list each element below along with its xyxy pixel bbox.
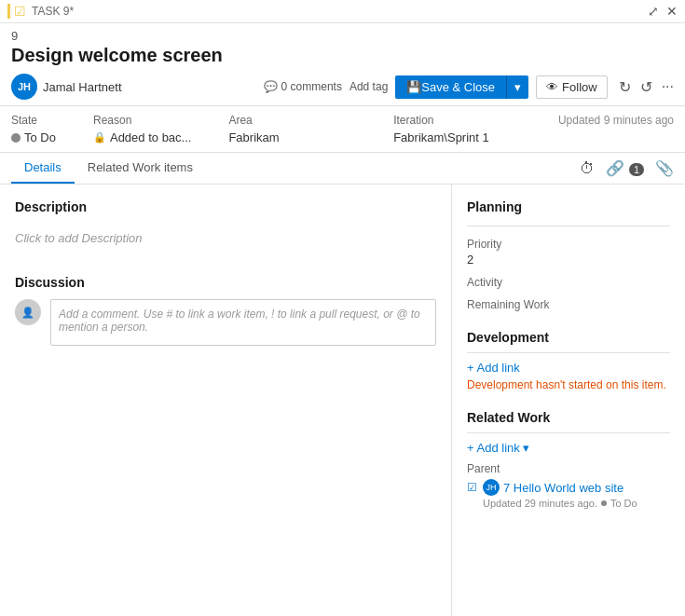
iteration-label: Iteration (393, 114, 521, 127)
planning-title: Planning (467, 199, 670, 214)
save-group: 💾 Save & Close ▾ (395, 75, 528, 99)
parent-avatar: JH (483, 479, 500, 496)
save-icon: 💾 (406, 80, 421, 94)
parent-item: ☑ JH 7 Hello World web site Updated 29 m… (467, 479, 670, 509)
work-item-header: 9 Design welcome screen (0, 23, 685, 68)
reason-field: Reason 🔒 Added to bac... (93, 114, 191, 144)
development-note: Development hasn't started on this item. (467, 378, 670, 391)
comment-icon: 💬 (264, 80, 278, 93)
area-text: Fabrikam (228, 130, 279, 144)
state-field: State To Do (11, 114, 56, 144)
area-value[interactable]: Fabrikam (228, 130, 356, 144)
comment-area: 👤 Add a comment. Use # to link a work it… (15, 299, 436, 346)
parent-state-dot (601, 500, 607, 506)
priority-label: Priority (467, 238, 670, 251)
comments-count: 0 comments (281, 80, 342, 93)
related-work-divider (467, 432, 670, 433)
meta-bar: State To Do Reason 🔒 Added to bac... Are… (0, 106, 685, 153)
undo-icon[interactable]: ↺ (640, 78, 652, 96)
state-dot (11, 133, 21, 143)
action-bar: JH Jamal Hartnett 💬 0 comments Add tag 💾… (0, 68, 685, 106)
parent-label: Parent (467, 462, 670, 475)
refresh-icon[interactable]: ↻ (619, 78, 631, 96)
parent-updated: Updated 29 minutes ago. (483, 498, 597, 509)
follow-label: Follow (562, 80, 597, 94)
iteration-value[interactable]: Fabrikam\Sprint 1 (393, 130, 521, 144)
planning-section: Planning Priority 2 Activity Remaining W… (467, 199, 670, 311)
attachment-icon[interactable]: 📎 (655, 159, 674, 177)
close-icon[interactable]: ✕ (666, 4, 678, 19)
left-panel: Description Click to add Description Dis… (0, 185, 452, 616)
history-icon[interactable]: ⏱ (580, 160, 595, 177)
task-icon: ☑ (7, 4, 26, 19)
title-bar-right: ⤢ ✕ (648, 4, 678, 19)
planning-divider (467, 226, 670, 226)
action-icons: ↻ ↺ ··· (619, 78, 674, 96)
reason-value: 🔒 Added to bac... (93, 130, 191, 144)
tabs-bar: Details Related Work items ⏱ 🔗 1 📎 (0, 153, 685, 185)
comment-input[interactable]: Add a comment. Use # to link a work item… (50, 299, 436, 346)
priority-value[interactable]: 2 (467, 253, 670, 267)
state-value: To Do (11, 130, 56, 144)
link-badge: 1 (629, 163, 644, 176)
state-text[interactable]: To Do (24, 130, 56, 144)
title-bar: ☑ TASK 9* ⤢ ✕ (0, 0, 685, 23)
description-placeholder[interactable]: Click to add Description (15, 224, 436, 253)
content-area: Description Click to add Description Dis… (0, 185, 685, 616)
add-related-link-button[interactable]: Add link ▾ (467, 441, 670, 455)
avatar: JH (11, 74, 37, 100)
remaining-work-label: Remaining Work (467, 298, 670, 311)
reason-label: Reason (93, 114, 191, 127)
user-info: JH Jamal Hartnett (11, 74, 256, 100)
activity-label: Activity (467, 276, 670, 289)
tab-icons: ⏱ 🔗 1 📎 (580, 159, 674, 177)
work-item-number: 9 (11, 29, 18, 43)
area-field: Area Fabrikam (228, 114, 356, 144)
follow-eye-icon: 👁 (546, 80, 558, 94)
state-label: State (11, 114, 56, 127)
lock-icon: 🔒 (93, 131, 106, 144)
username: Jamal Hartnett (43, 80, 122, 94)
tab-details[interactable]: Details (11, 153, 75, 184)
discussion-title: Discussion (15, 275, 436, 290)
add-link-button[interactable]: Add link (467, 361, 670, 375)
parent-meta: Updated 29 minutes ago. To Do (483, 498, 637, 509)
parent-state: To Do (610, 498, 637, 509)
parent-item-link[interactable]: 7 Hello World web site (503, 481, 623, 495)
iteration-text: Fabrikam\Sprint 1 (393, 130, 489, 144)
updated-text: Updated 9 minutes ago (558, 114, 674, 127)
development-title: Development (467, 330, 670, 345)
discussion-section: Discussion 👤 Add a comment. Use # to lin… (15, 275, 436, 346)
parent-item-title: Hello World web site (514, 481, 623, 495)
title-bar-left: ☑ TASK 9* (7, 4, 74, 19)
parent-task-icon: ☑ (467, 481, 477, 494)
save-dropdown-button[interactable]: ▾ (506, 75, 528, 99)
parent-item-number: 7 (503, 481, 510, 495)
tab-related-work[interactable]: Related Work items (75, 153, 206, 184)
save-close-button[interactable]: 💾 Save & Close (395, 75, 506, 99)
task-label: TASK 9* (32, 5, 74, 18)
comments-button[interactable]: 💬 0 comments (264, 80, 342, 93)
work-item-title: Design welcome screen (11, 45, 674, 66)
right-panel: Planning Priority 2 Activity Remaining W… (452, 185, 685, 616)
iteration-field: Iteration Fabrikam\Sprint 1 (393, 114, 521, 144)
comment-avatar: 👤 (15, 299, 41, 325)
description-title: Description (15, 199, 436, 214)
development-divider (467, 352, 670, 353)
parent-item-info: JH 7 Hello World web site Updated 29 min… (483, 479, 637, 509)
reason-text[interactable]: Added to bac... (110, 130, 191, 144)
link-icon[interactable]: 🔗 1 (606, 159, 644, 177)
follow-button[interactable]: 👁 Follow (536, 75, 608, 99)
expand-icon[interactable]: ⤢ (648, 4, 659, 19)
related-work-section: Related Work Add link ▾ Parent ☑ JH 7 He… (467, 410, 670, 509)
development-section: Development Add link Development hasn't … (467, 330, 670, 391)
area-label: Area (228, 114, 356, 127)
save-label: Save & Close (421, 80, 495, 94)
more-icon[interactable]: ··· (662, 78, 674, 95)
add-tag-button[interactable]: Add tag (349, 80, 388, 93)
related-work-title: Related Work (467, 410, 670, 425)
